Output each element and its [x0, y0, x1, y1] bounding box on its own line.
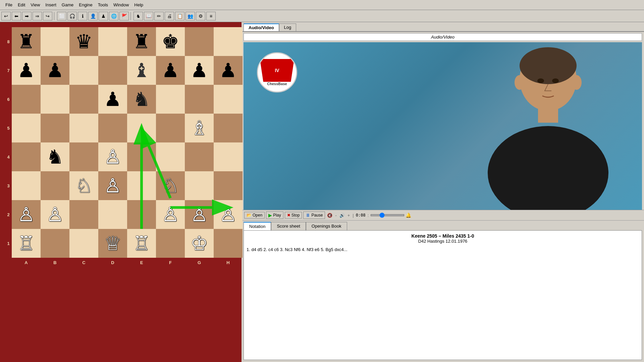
toolbar-btn-13[interactable]: ♞	[133, 12, 143, 20]
square-b6[interactable]	[41, 85, 69, 114]
toolbar-btn-18[interactable]: 👥	[185, 12, 195, 20]
square-d8[interactable]	[98, 27, 127, 56]
square-g3[interactable]	[185, 171, 214, 200]
toolbar-btn-17[interactable]: 📋	[175, 12, 184, 20]
square-e8[interactable]: ♜	[127, 27, 156, 56]
square-g4[interactable]	[185, 142, 214, 171]
square-f7[interactable]: ♟	[156, 56, 185, 85]
square-c8[interactable]: ♛	[69, 27, 98, 56]
square-b3[interactable]	[41, 171, 69, 200]
square-h2[interactable]: ♙	[214, 200, 243, 229]
tab-log[interactable]: Log	[279, 23, 297, 31]
square-d3[interactable]: ♙	[98, 171, 127, 200]
square-e1[interactable]: ♖	[127, 229, 156, 258]
square-a3[interactable]	[12, 171, 41, 200]
square-b7[interactable]: ♟	[41, 56, 69, 85]
square-b2[interactable]: ♙	[41, 200, 69, 229]
square-h6[interactable]	[214, 85, 243, 114]
square-h7[interactable]: ♟	[214, 56, 243, 85]
square-b8[interactable]	[41, 27, 69, 56]
square-f4[interactable]	[156, 142, 185, 171]
toolbar-btn-19[interactable]: ⚙	[196, 12, 205, 20]
play-button[interactable]: ▶ Play	[266, 212, 283, 219]
square-a8[interactable]: ♜	[12, 27, 41, 56]
menu-edit[interactable]: Edit	[15, 1, 28, 8]
square-a1[interactable]: ♖	[12, 229, 41, 258]
toolbar-btn-12[interactable]: 🚩	[119, 12, 129, 20]
menu-view[interactable]: View	[28, 1, 43, 8]
square-c1[interactable]	[69, 229, 98, 258]
square-a5[interactable]	[12, 114, 41, 142]
square-c6[interactable]	[69, 85, 98, 114]
square-e7[interactable]: ♝	[127, 56, 156, 85]
square-f8[interactable]: ♚	[156, 27, 185, 56]
square-a2[interactable]: ♙	[12, 200, 41, 229]
open-button[interactable]: 📂 Open	[244, 212, 265, 219]
square-g7[interactable]: ♟	[185, 56, 214, 85]
toolbar-btn-8[interactable]: ℹ	[78, 12, 87, 20]
tab-score-sheet[interactable]: Score sheet	[271, 222, 306, 230]
square-f2[interactable]: ♙	[156, 200, 185, 229]
toolbar-btn-3[interactable]: ➡	[22, 12, 32, 20]
square-h8[interactable]	[214, 27, 243, 56]
toolbar-btn-16[interactable]: 🖨	[165, 12, 174, 20]
menu-file[interactable]: File	[3, 1, 15, 8]
volume-slider[interactable]	[371, 214, 404, 216]
toolbar-btn-7[interactable]: 🎧	[67, 12, 77, 20]
square-d4[interactable]: ♙	[98, 142, 127, 171]
menu-game[interactable]: Game	[59, 1, 76, 8]
square-c7[interactable]	[69, 56, 98, 85]
square-f1[interactable]	[156, 229, 185, 258]
square-e4[interactable]	[127, 142, 156, 171]
menu-engine[interactable]: Engine	[76, 1, 95, 8]
toolbar-btn-1[interactable]: ↩	[1, 12, 11, 20]
square-c5[interactable]	[69, 114, 98, 142]
stop-button[interactable]: ✖ Stop	[285, 212, 302, 219]
square-h5[interactable]	[214, 114, 243, 142]
toolbar-btn-5[interactable]: ↪	[43, 12, 52, 20]
square-b1[interactable]	[41, 229, 69, 258]
menu-tools[interactable]: Tools	[95, 1, 111, 8]
square-h1[interactable]	[214, 229, 243, 258]
square-a7[interactable]: ♟	[12, 56, 41, 85]
square-g8[interactable]	[185, 27, 214, 56]
square-a4[interactable]	[12, 142, 41, 171]
square-d7[interactable]	[98, 56, 127, 85]
toolbar-btn-11[interactable]: 🌐	[109, 12, 118, 20]
square-c2[interactable]	[69, 200, 98, 229]
square-e6[interactable]: ♞	[127, 85, 156, 114]
square-d5[interactable]	[98, 114, 127, 142]
square-g2[interactable]: ♙	[185, 200, 214, 229]
square-c4[interactable]	[69, 142, 98, 171]
square-e2[interactable]	[127, 200, 156, 229]
pause-button[interactable]: ⏸ Pause	[303, 212, 325, 219]
square-f5[interactable]	[156, 114, 185, 142]
menu-window[interactable]: Window	[111, 1, 131, 8]
square-a6[interactable]	[12, 85, 41, 114]
square-c3[interactable]: ♘	[69, 171, 98, 200]
tab-notation[interactable]: Notation	[244, 222, 271, 230]
menu-insert[interactable]: Insert	[43, 1, 59, 8]
square-d6[interactable]: ♟	[98, 85, 127, 114]
toolbar-btn-14[interactable]: 📖	[144, 12, 153, 20]
square-d2[interactable]	[98, 200, 127, 229]
square-e3[interactable]	[127, 171, 156, 200]
toolbar-btn-2[interactable]: ⬅	[12, 12, 21, 20]
toolbar-btn-20[interactable]: ≡	[206, 12, 216, 20]
toolbar-btn-4[interactable]: ⇒	[33, 12, 42, 20]
square-h4[interactable]	[214, 142, 243, 171]
square-h3[interactable]	[214, 171, 243, 200]
square-g5[interactable]: ♗	[185, 114, 214, 142]
tab-openings-book[interactable]: Openings Book	[306, 222, 347, 230]
square-g1[interactable]: ♔	[185, 229, 214, 258]
tab-audio-video[interactable]: Audio/Video	[244, 23, 279, 31]
square-f3[interactable]: ♘	[156, 171, 185, 200]
square-d1[interactable]: ♕	[98, 229, 127, 258]
square-g6[interactable]	[185, 85, 214, 114]
toolbar-btn-9[interactable]: 👤	[88, 12, 98, 20]
square-e5[interactable]	[127, 114, 156, 142]
toolbar-btn-10[interactable]: ♟	[99, 12, 108, 20]
menu-help[interactable]: Help	[131, 1, 146, 8]
toolbar-btn-15[interactable]: ✏	[154, 12, 164, 20]
square-b4[interactable]: ♞	[41, 142, 69, 171]
